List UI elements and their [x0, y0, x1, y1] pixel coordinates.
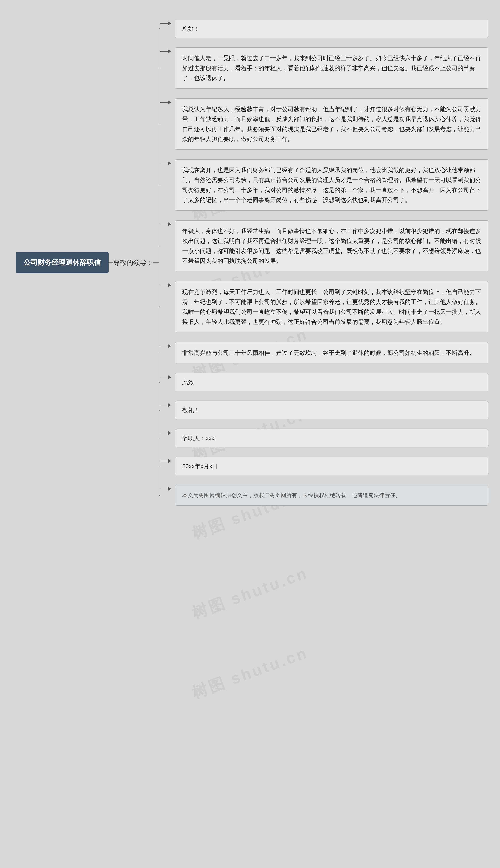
branch-box-1: 您好！ — [175, 20, 488, 38]
branch-box-7: 非常高兴能与公司二十年风雨相伴，走过了无数坎坷，终于走到了退休的时候，愿公司如初… — [175, 342, 488, 364]
mind-map: 树图 shutu.cn 树图 shutu.cn 树图 shutu.cn 树图 s… — [0, 0, 500, 868]
branch-box-6: 现在竞争激烈，每天工作压力也大，工作时间也更长，公司到了关键时刻，我本该继续坚守… — [175, 281, 488, 332]
branch-box-9: 敬礼！ — [175, 401, 488, 419]
branch-arrow-8 — [160, 373, 171, 379]
branch-arrow-4 — [160, 159, 171, 165]
branch-box-8: 此致 — [175, 373, 488, 391]
branch-box-10: 辞职人：xxx — [175, 429, 488, 447]
branch-arrow-3 — [160, 99, 171, 104]
branch-item-11: 20xx年x月x日 — [160, 457, 488, 475]
branch-item-2: 时间催人老，一晃眼，就过去了二十多年，我来到公司时已经三十多岁了。如今已经快六十… — [160, 47, 488, 89]
branch-arrow-10 — [160, 429, 171, 435]
branch-arrow-9 — [160, 401, 171, 407]
branch-box-5: 年级大，身体也不好，我经常生病，而且做事情也不够细心，在工作中多次犯小错，以前很… — [175, 220, 488, 272]
center-node: 公司财务经理退休辞职信 — [16, 252, 109, 273]
branch-arrow-2 — [160, 47, 171, 53]
branch-item-4: 我现在离开，也是因为我们财务部门已经有了合适的人员继承我的岗位，他会比我做的更好… — [160, 159, 488, 210]
branch-item-6: 现在竞争激烈，每天工作压力也大，工作时间也更长，公司到了关键时刻，我本该继续坚守… — [160, 281, 488, 332]
branch-item-8: 此致 — [160, 373, 488, 391]
branch-box-4: 我现在离开，也是因为我们财务部门已经有了合适的人员继承我的岗位，他会比我做的更好… — [175, 159, 488, 210]
branch-item-9: 敬礼！ — [160, 401, 488, 419]
branch-item-12: 本文为树图网编辑原创文章，版权归树图网所有，未经授权杜绝转载，违者追究法律责任。 — [160, 485, 488, 506]
branch-arrow-5 — [160, 220, 171, 226]
branch-item-1: 您好！ — [160, 20, 488, 38]
branch-item-7: 非常高兴能与公司二十年风雨相伴，走过了无数坎坷，终于走到了退休的时候，愿公司如初… — [160, 342, 488, 364]
branch-arrow-12 — [160, 485, 171, 491]
branch-item-10: 辞职人：xxx — [160, 429, 488, 447]
branch-arrow-7 — [160, 342, 171, 348]
connector-label: 尊敬的领导： — [113, 258, 153, 267]
branch-box-3: 我总认为年纪越大，经验越丰富，对于公司越有帮助，但当年纪到了，才知道很多时候有心… — [175, 99, 488, 150]
branch-box-12: 本文为树图网编辑原创文章，版权归树图网所有，未经授权杜绝转载，违者追究法律责任。 — [175, 485, 488, 506]
branch-item-3: 我总认为年纪越大，经验越丰富，对于公司越有帮助，但当年纪到了，才知道很多时候有心… — [160, 99, 488, 150]
branch-arrow-11 — [160, 457, 171, 463]
branch-arrow-6 — [160, 281, 171, 287]
branch-arrow-1 — [160, 20, 171, 25]
branch-box-11: 20xx年x月x日 — [175, 457, 488, 475]
branch-box-2: 时间催人老，一晃眼，就过去了二十多年，我来到公司时已经三十多岁了。如今已经快六十… — [175, 47, 488, 89]
branch-item-5: 年级大，身体也不好，我经常生病，而且做事情也不够细心，在工作中多次犯小错，以前很… — [160, 220, 488, 272]
